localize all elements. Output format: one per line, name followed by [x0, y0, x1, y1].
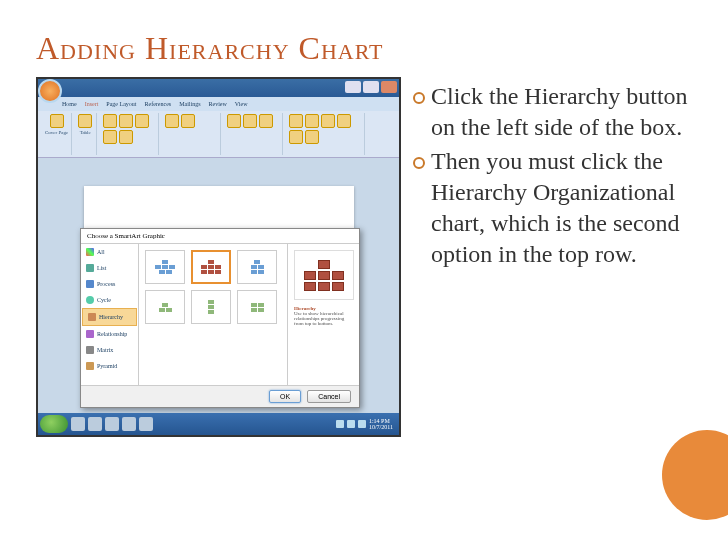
process-icon	[86, 280, 94, 288]
clock-date: 10/7/2011	[369, 424, 393, 430]
picture-icon	[103, 114, 117, 128]
chart-icon	[119, 130, 133, 144]
cycle-icon	[86, 296, 94, 304]
layout-thumb-3	[237, 250, 277, 284]
wordart-icon	[321, 114, 335, 128]
ribbon-tabs: Home Insert Page Layout References Maili…	[38, 97, 399, 111]
cat-matrix: Matrix	[81, 342, 138, 358]
dialog-body: All List Process Cycle Hierarchy Relatio…	[81, 244, 359, 385]
hyperlink-icon	[165, 114, 179, 128]
word-screenshot: Home Insert Page Layout References Maili…	[36, 77, 401, 437]
equation-icon	[289, 130, 303, 144]
tab-mailings: Mailings	[179, 101, 200, 107]
cat-list: List	[81, 260, 138, 276]
bookmark-icon	[181, 114, 195, 128]
start-button-icon	[40, 415, 68, 433]
minimize-icon	[345, 81, 361, 93]
layout-thumb-2-selected	[191, 250, 231, 284]
layout-thumb-6	[237, 290, 277, 324]
taskbar-app-icon	[139, 417, 153, 431]
header-icon	[227, 114, 241, 128]
list-icon	[86, 264, 94, 272]
tab-pagelayout: Page Layout	[106, 101, 136, 107]
category-list: All List Process Cycle Hierarchy Relatio…	[81, 244, 139, 385]
table-label: Table	[80, 130, 91, 135]
layout-thumb-1	[145, 250, 185, 284]
symbol-icon	[305, 130, 319, 144]
cancel-button: Cancel	[307, 390, 351, 403]
content-row: Home Insert Page Layout References Maili…	[36, 77, 692, 437]
preview-desc: Use to show hierarchical relationships p…	[294, 311, 353, 326]
cat-process: Process	[81, 276, 138, 292]
preview-pane: Hierarchy Use to show hierarchical relat…	[287, 244, 359, 385]
table-icon	[78, 114, 92, 128]
bullet-item: Then you must click the Hierarchy Organi…	[411, 146, 692, 269]
relationship-icon	[86, 330, 94, 338]
cover-page-label: Cover Page	[45, 130, 68, 135]
cat-all-label: All	[97, 249, 105, 255]
dialog-footer: OK Cancel	[81, 385, 359, 407]
ribbon: Home Insert Page Layout References Maili…	[38, 97, 399, 158]
clock-text: 1:14 PM 10/7/2011	[369, 418, 393, 430]
tray-icon	[347, 420, 355, 428]
taskbar-app-icon	[105, 417, 119, 431]
cat-all: All	[81, 244, 138, 260]
cat-hierarchy: Hierarchy	[82, 308, 137, 326]
taskbar-app-icon	[88, 417, 102, 431]
cat-relationship-label: Relationship	[97, 331, 127, 337]
cat-pyramid: Pyramid	[81, 358, 138, 374]
pagenum-icon	[259, 114, 273, 128]
smartart-icon	[103, 130, 117, 144]
dialog-title: Choose a SmartArt Graphic	[81, 229, 359, 244]
tray-icon	[358, 420, 366, 428]
quickparts-icon	[305, 114, 319, 128]
tab-view: View	[235, 101, 248, 107]
cat-relationship: Relationship	[81, 326, 138, 342]
office-button-icon	[38, 79, 62, 103]
cat-cycle-label: Cycle	[97, 297, 111, 303]
tab-home: Home	[62, 101, 77, 107]
cat-cycle: Cycle	[81, 292, 138, 308]
hierarchy-icon	[88, 313, 96, 321]
cover-page-icon	[50, 114, 64, 128]
slide: Adding Hierarchy Chart Home Insert Page …	[0, 0, 728, 546]
tray-icon	[336, 420, 344, 428]
preview-image	[294, 250, 354, 300]
tab-review: Review	[209, 101, 227, 107]
footer-icon	[243, 114, 257, 128]
dropcap-icon	[337, 114, 351, 128]
taskbar-app-icon	[71, 417, 85, 431]
smartart-dialog: Choose a SmartArt Graphic All List Proce…	[80, 228, 360, 408]
textbox-icon	[289, 114, 303, 128]
clipart-icon	[119, 114, 133, 128]
system-tray: 1:14 PM 10/7/2011	[336, 418, 397, 430]
pyramid-icon	[86, 362, 94, 370]
document-area: Choose a SmartArt Graphic All List Proce…	[38, 158, 399, 418]
tab-insert: Insert	[85, 101, 99, 107]
ribbon-body: Cover Page Table	[38, 111, 399, 157]
bullet-item: Click the Hierarchy button on the left s…	[411, 81, 692, 142]
maximize-icon	[363, 81, 379, 93]
tab-references: References	[145, 101, 172, 107]
layout-thumb-5	[191, 290, 231, 324]
cat-list-label: List	[97, 265, 106, 271]
all-icon	[86, 248, 94, 256]
cat-matrix-label: Matrix	[97, 347, 113, 353]
window-titlebar	[38, 79, 399, 97]
layout-grid	[139, 244, 287, 385]
cat-pyramid-label: Pyramid	[97, 363, 117, 369]
close-icon	[381, 81, 397, 93]
layout-thumb-4	[145, 290, 185, 324]
shapes-icon	[135, 114, 149, 128]
ok-button: OK	[269, 390, 301, 403]
decorative-circle	[662, 430, 728, 520]
slide-title: Adding Hierarchy Chart	[36, 30, 692, 67]
instruction-list: Click the Hierarchy button on the left s…	[411, 77, 692, 273]
taskbar-app-icon	[122, 417, 136, 431]
taskbar: 1:14 PM 10/7/2011	[38, 413, 399, 435]
cat-hierarchy-label: Hierarchy	[99, 314, 123, 320]
cat-process-label: Process	[97, 281, 115, 287]
matrix-icon	[86, 346, 94, 354]
